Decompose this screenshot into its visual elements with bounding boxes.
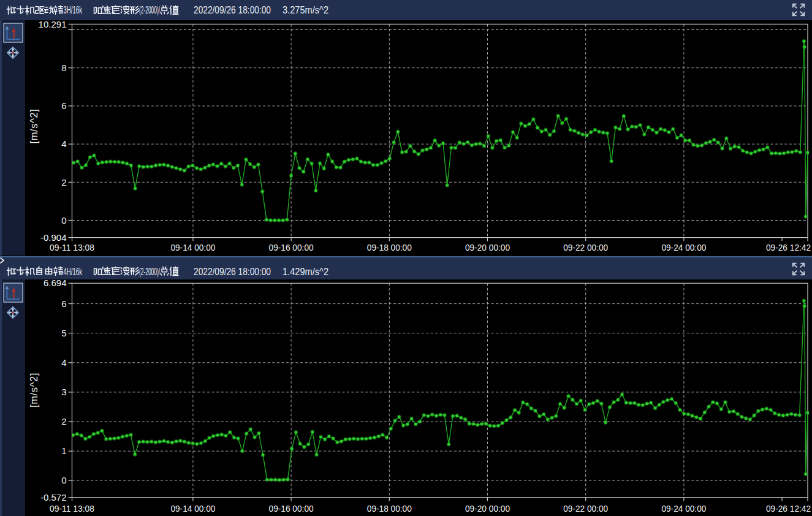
svg-text:09-11 13:08: 09-11 13:08 <box>50 242 94 252</box>
svg-text:09-24 00:00: 09-24 00:00 <box>661 503 706 514</box>
svg-text:09-16 00:00: 09-16 00:00 <box>269 242 314 252</box>
svg-text:09-14 00:00: 09-14 00:00 <box>170 242 215 252</box>
svg-text:-0.572: -0.572 <box>40 492 67 503</box>
svg-text:6: 6 <box>61 298 66 309</box>
svg-text:10.291: 10.291 <box>39 20 67 29</box>
svg-text:6: 6 <box>61 101 66 111</box>
svg-text:09-18 00:00: 09-18 00:00 <box>367 503 412 514</box>
svg-text:09-18 00:00: 09-18 00:00 <box>367 242 412 252</box>
svg-text:3: 3 <box>61 387 66 397</box>
svg-text:09-20 00:00: 09-20 00:00 <box>465 503 510 514</box>
svg-text:6.694: 6.694 <box>44 279 67 288</box>
svg-text:4: 4 <box>61 357 66 368</box>
svg-text:3.275m/s^2: 3.275m/s^2 <box>283 5 328 15</box>
svg-text:8: 8 <box>61 63 66 73</box>
svg-text:09-22 00:00: 09-22 00:00 <box>563 242 608 252</box>
svg-text:2: 2 <box>61 416 66 427</box>
svg-text:09-14 00:00: 09-14 00:00 <box>170 503 215 514</box>
svg-text:09-22 00:00: 09-22 00:00 <box>563 503 608 514</box>
svg-text:3H/16k: 3H/16k <box>64 5 83 15</box>
svg-text:-0.904: -0.904 <box>40 232 67 243</box>
svg-text:09-11 13:08: 09-11 13:08 <box>50 503 94 514</box>
svg-text:5: 5 <box>61 328 66 338</box>
svg-text:[m/s^2]: [m/s^2] <box>28 373 39 408</box>
svg-text:[m/s^2]: [m/s^2] <box>28 109 39 144</box>
svg-text:2: 2 <box>61 177 66 188</box>
svg-text:0: 0 <box>61 475 66 485</box>
svg-text:09-24 00:00: 09-24 00:00 <box>661 242 706 252</box>
svg-text:2022/09/26 18:00:00: 2022/09/26 18:00:00 <box>194 5 271 15</box>
svg-text:09-20 00:00: 09-20 00:00 <box>465 242 510 252</box>
svg-text:09-26 12:42: 09-26 12:42 <box>766 503 811 514</box>
svg-text:09-16 00:00: 09-16 00:00 <box>269 503 314 514</box>
svg-text:(2-2000)/: (2-2000)/ <box>139 5 160 15</box>
svg-text:4: 4 <box>61 138 66 149</box>
svg-text:1: 1 <box>61 446 66 456</box>
svg-text:0: 0 <box>61 215 66 226</box>
svg-text:09-26 12:42: 09-26 12:42 <box>766 242 811 252</box>
